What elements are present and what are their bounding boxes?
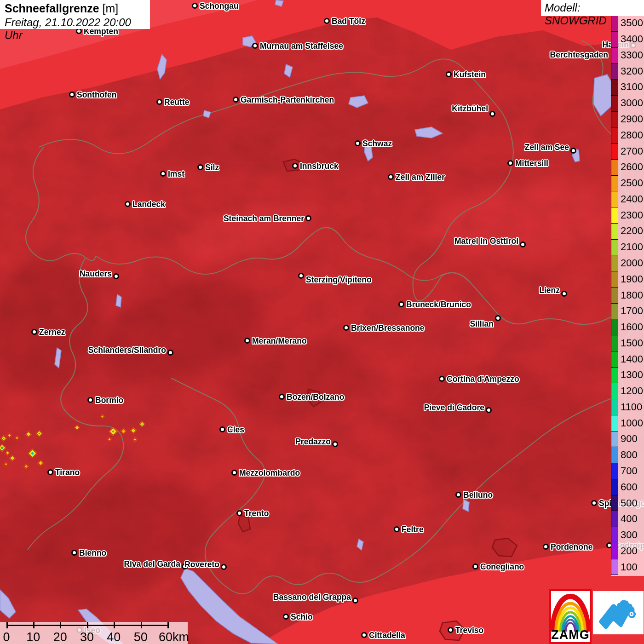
city-dot: [472, 564, 478, 569]
city-label: Cles: [227, 425, 244, 435]
legend-color-segment: [611, 319, 618, 335]
city-dot: [219, 426, 225, 432]
city-dot: [305, 215, 311, 221]
legend-value-label: 2600: [621, 161, 643, 173]
legend-value-label: 800: [621, 449, 638, 461]
model-box: Modell: SNOWGRID: [541, 0, 644, 16]
city-dot: [192, 3, 198, 9]
legend-value-label: 100: [621, 561, 638, 573]
legend-color-segment: [611, 351, 618, 368]
legend-value-label: 2200: [621, 225, 643, 237]
legend-value-label: 400: [621, 513, 638, 525]
city-label: Belluno: [463, 490, 493, 500]
legend-value-label: 2000: [621, 257, 643, 269]
city-label: Murnau am Staffelsee: [260, 41, 343, 51]
scalebar-tick: [33, 622, 34, 628]
legend-color-segment: [611, 80, 618, 96]
legend-color-segment: [611, 160, 618, 176]
city-dot: [47, 469, 53, 475]
city-label: Schwaz: [362, 139, 392, 149]
scalebar-tick: [60, 622, 62, 628]
legend-value-label: 1500: [621, 337, 643, 349]
legend-value-label: 300: [621, 529, 638, 541]
city-label: Garmisch-Partenkirchen: [241, 95, 334, 105]
city-dot: [507, 160, 513, 166]
map-title-main: Schneefallgrenze: [5, 2, 99, 15]
legend-color-segment: [611, 511, 618, 527]
legend-value-label: 1400: [621, 353, 643, 365]
legend-color-segment: [611, 112, 618, 128]
legend-value-label: 500: [621, 497, 638, 509]
city-dot: [361, 632, 367, 638]
city-label: Schongau: [200, 1, 239, 11]
legend-value-label: 700: [621, 465, 638, 477]
city-label: Zernez: [39, 328, 65, 337]
city-label: Pieve di Cadore: [424, 403, 484, 413]
city-label: Brixen/Bressanone: [351, 323, 425, 333]
city-dot: [156, 99, 162, 105]
city-label: Zell am Ziller: [396, 172, 445, 182]
legend-color-segment: [611, 63, 618, 80]
legend-value-label: 2500: [621, 177, 643, 189]
legend-color-segment: [611, 399, 618, 415]
city-label: Riva del Garda: [124, 559, 180, 569]
legend-value-label: 1600: [621, 321, 643, 333]
city-dot: [69, 92, 75, 98]
city-dot: [244, 338, 250, 344]
city-dot: [486, 407, 492, 413]
city-label: Bruneck/Brunico: [406, 300, 471, 310]
city-label: Kitzbühel: [452, 104, 488, 114]
legend-color-segment: [611, 431, 618, 448]
city-dot: [448, 627, 454, 633]
city-dot: [113, 273, 119, 279]
map-title-unit: [m]: [103, 2, 119, 15]
city-label: Sonthofen: [77, 90, 117, 100]
city-label: Conegliano: [480, 562, 524, 572]
scalebar-label: 50: [134, 630, 148, 644]
city-label: Silz: [205, 163, 219, 172]
city-label: Tirano: [55, 468, 80, 477]
legend-color-segment: [611, 527, 618, 543]
city-dot: [252, 43, 258, 49]
city-dot: [125, 201, 131, 207]
zamg-logo: ZAMG: [549, 589, 592, 644]
city-dot: [495, 315, 501, 321]
legend-color-segment: [611, 176, 618, 192]
legend-value-label: 3100: [621, 81, 643, 93]
city-dot: [561, 291, 567, 297]
city-label: Trento: [244, 509, 269, 518]
city-label: Schlanders/Silandro: [88, 345, 166, 355]
zamg-rainbow-icon: [551, 592, 590, 632]
legend-color-segment: [611, 304, 618, 320]
city-label: Schio: [291, 612, 313, 622]
legend-value-label: 1200: [621, 385, 643, 397]
legend-value-label: 3500: [621, 17, 643, 29]
city-label: Steinach am Brenner: [224, 214, 304, 224]
city-dot: [352, 598, 358, 604]
city-dot: [439, 376, 445, 382]
scalebar-label: 0: [3, 630, 10, 644]
scalebar-tick: [114, 622, 115, 628]
city-dot: [543, 544, 549, 550]
legend-color-segment: [611, 335, 618, 351]
scalebar-tick: [87, 622, 88, 628]
legend-color-segment: [611, 495, 618, 512]
scalebar-label: 10: [26, 630, 40, 644]
city-label: Sterzing/Vipiteno: [306, 275, 372, 285]
legend-color-segment: [611, 383, 618, 399]
map-datetime: Freitag, 21.10.2022 20:00 Uhr: [5, 16, 145, 42]
map-title: Schneefallgrenze [m]: [5, 2, 145, 15]
title-box: Schneefallgrenze [m] Freitag, 21.10.2022…: [0, 0, 150, 29]
legend-value-label: 2100: [621, 241, 643, 253]
legend-color-segment: [611, 240, 618, 256]
city-dot: [231, 470, 237, 476]
legend-color-segment: [611, 48, 618, 64]
scalebar-tick: [141, 622, 142, 628]
scalebar-tick: [167, 622, 169, 628]
legend-value-label: 2700: [621, 145, 643, 157]
city-dot: [283, 614, 289, 620]
legend-value-label: 1100: [621, 401, 642, 413]
legend-color-segment: [611, 16, 618, 32]
legend-color-segment: [611, 479, 618, 495]
zamg-logo-text: ZAMG: [551, 628, 590, 642]
